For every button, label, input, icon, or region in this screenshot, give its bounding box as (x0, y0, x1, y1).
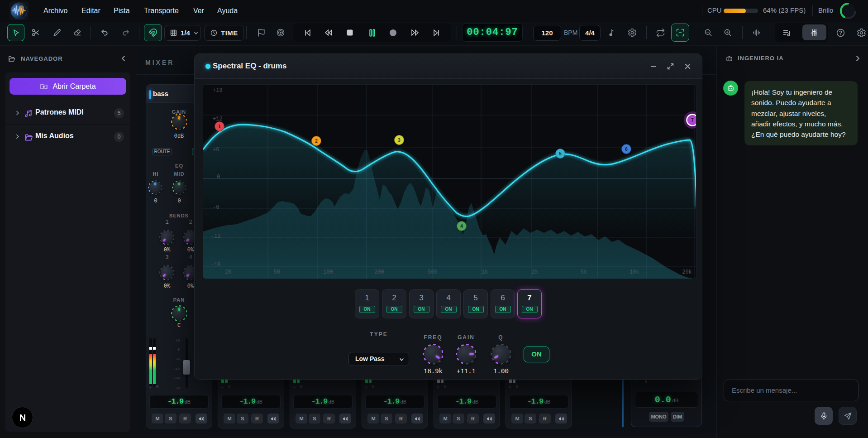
svg-text:2k: 2k (532, 269, 538, 275)
svg-text:0: 0 (217, 174, 220, 180)
svg-text:200: 200 (374, 269, 384, 275)
svg-text:500: 500 (428, 269, 438, 275)
svg-text:20k: 20k (682, 269, 692, 275)
svg-text:1k: 1k (482, 269, 488, 275)
svg-text:4: 4 (460, 224, 463, 229)
svg-text:-6: -6 (213, 204, 219, 211)
svg-text:20: 20 (225, 269, 231, 275)
svg-text:5: 5 (559, 151, 562, 156)
svg-text:50: 50 (274, 269, 280, 275)
svg-text:10k: 10k (630, 269, 639, 275)
svg-text:1: 1 (218, 124, 221, 129)
svg-text:+6: +6 (213, 147, 219, 153)
svg-text:2: 2 (315, 139, 318, 144)
svg-text:+12: +12 (213, 116, 223, 122)
svg-text:6: 6 (625, 147, 628, 152)
svg-text:100: 100 (323, 269, 333, 275)
svg-text:5k: 5k (581, 269, 587, 275)
svg-text:+18: +18 (213, 87, 223, 94)
svg-text:7: 7 (691, 118, 694, 123)
svg-text:-12: -12 (211, 233, 221, 240)
svg-text:3: 3 (398, 138, 401, 143)
svg-text:-18: -18 (211, 262, 221, 268)
